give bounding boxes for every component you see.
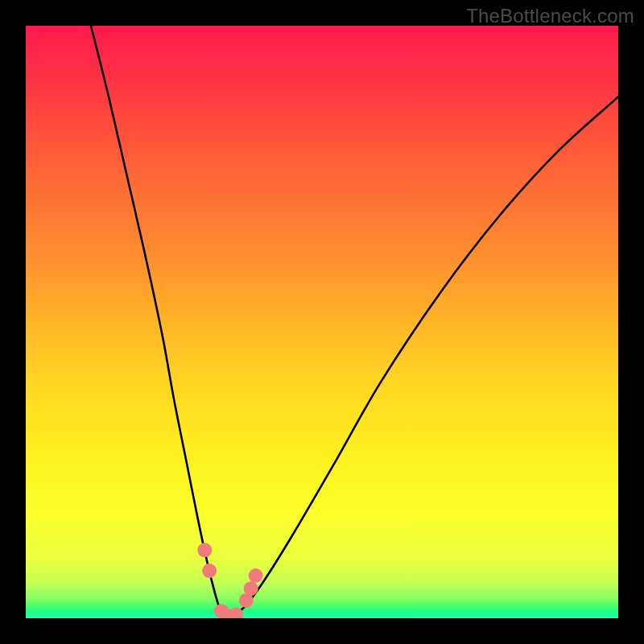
- marker-point: [197, 543, 212, 557]
- marker-point: [244, 581, 258, 596]
- chart-plot-area: [26, 26, 618, 618]
- bottleneck-curve: [91, 26, 618, 618]
- marker-point: [202, 564, 217, 578]
- marker-point: [249, 568, 263, 583]
- watermark-text: TheBottleneck.com: [466, 5, 634, 27]
- highlight-markers: [197, 543, 262, 618]
- chart-svg: [26, 26, 618, 618]
- chart-frame: TheBottleneck.com: [0, 0, 644, 644]
